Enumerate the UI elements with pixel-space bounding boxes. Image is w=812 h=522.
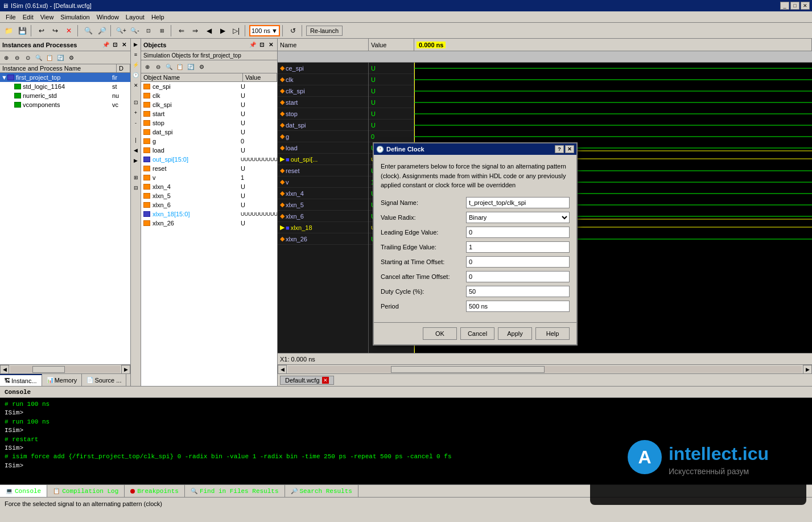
tb-zoom-fit[interactable]: ⊡: [142, 24, 155, 37]
tb-find-button[interactable]: 🔍: [82, 24, 94, 37]
objects-list[interactable]: ce_spi U clk U clk_spi U start U stop U …: [141, 82, 277, 386]
obj-row-9[interactable]: reset U: [141, 164, 277, 173]
tab-instances[interactable]: 🏗 Instanc...: [0, 374, 42, 386]
dialog-input-leading[interactable]: [466, 227, 570, 238]
tb-stop-button[interactable]: ✕: [63, 24, 75, 37]
hscroll-thumb[interactable]: [32, 366, 65, 373]
obj-row-15[interactable]: xlxn_26 U: [141, 219, 277, 228]
obj-row-1[interactable]: clk U: [141, 91, 277, 100]
vt-add-wave[interactable]: ▶: [131, 40, 141, 49]
vt-prev-marker[interactable]: ◀: [131, 146, 141, 155]
time-dropdown-icon[interactable]: ▼: [271, 27, 278, 34]
dialog-cancel-button[interactable]: Cancel: [460, 327, 494, 340]
obj-tb-2[interactable]: ⊖: [153, 61, 163, 72]
vt-next-marker[interactable]: ▶: [131, 156, 141, 165]
tab-memory[interactable]: 📊 Memory: [42, 374, 83, 386]
ctab-breakpoints[interactable]: Breakpoints: [125, 485, 185, 497]
tb-step[interactable]: ▷|: [230, 24, 242, 37]
inst-tb-7[interactable]: ⚙: [66, 52, 76, 63]
inst-tb-5[interactable]: 📋: [44, 52, 55, 63]
tb-redo-button[interactable]: ↪: [49, 24, 61, 37]
vt-force-clk[interactable]: 🕐: [131, 71, 141, 80]
maximize-button[interactable]: □: [790, 2, 799, 10]
menu-simulation[interactable]: Simulation: [57, 13, 93, 22]
vt-marker[interactable]: |: [131, 135, 141, 145]
dialog-help-button[interactable]: ?: [555, 145, 564, 153]
wave-scroll-right[interactable]: ▶: [803, 365, 812, 374]
ctab-searchresults[interactable]: 🔎 Search Results: [285, 485, 358, 497]
obj-row-3[interactable]: start U: [141, 109, 277, 118]
wave-n14-expand[interactable]: ▶: [280, 224, 285, 231]
dialog-help-btn[interactable]: Help: [535, 327, 570, 340]
menu-file[interactable]: File: [2, 13, 19, 22]
wave-scroll-left[interactable]: ◀: [278, 365, 287, 374]
instances-panel-undock[interactable]: ⊡: [111, 41, 119, 49]
vt-zoom-in[interactable]: +: [131, 108, 141, 117]
menu-window[interactable]: Window: [93, 13, 122, 22]
inst-row-1[interactable]: std_logic_1164 st: [0, 82, 130, 91]
obj-tb-6[interactable]: ⚙: [196, 61, 207, 72]
tb-zoom-out[interactable]: 🔍-: [129, 24, 141, 37]
obj-row-11[interactable]: xlxn_4 U: [141, 182, 277, 191]
inst-tb-1[interactable]: ⊕: [1, 52, 11, 63]
dialog-ok-button[interactable]: OK: [423, 327, 457, 340]
dialog-select-radix[interactable]: Binary Hex Decimal Octal: [466, 212, 570, 223]
menu-edit[interactable]: Edit: [19, 13, 37, 22]
vt-remove[interactable]: ✕: [131, 81, 141, 90]
tb-restart-button[interactable]: ↺: [287, 24, 299, 37]
inst-row-2[interactable]: numeric_std nu: [0, 91, 130, 100]
obj-tb-5[interactable]: 🔄: [186, 61, 196, 72]
wave-n8-expand[interactable]: ▶: [280, 155, 285, 163]
obj-row-4[interactable]: stop U: [141, 118, 277, 128]
inst-tb-6[interactable]: 🔄: [55, 52, 65, 63]
ctab-console[interactable]: 💻 Console: [0, 485, 47, 497]
instances-list[interactable]: ▼ first_project_top fir std_logic_1164 s…: [0, 73, 130, 364]
tb-zoom-in[interactable]: 🔍+: [115, 24, 127, 37]
hscroll-track[interactable]: [10, 366, 120, 373]
dialog-input-trailing[interactable]: [466, 241, 570, 253]
obj-row-5[interactable]: dat_spi U: [141, 128, 277, 137]
dialog-input-cancel-offset[interactable]: [466, 271, 570, 282]
hscroll-left[interactable]: ◀: [0, 365, 9, 374]
vt-zoom-out[interactable]: -: [131, 118, 141, 128]
obj-row-2[interactable]: clk_spi U: [141, 100, 277, 109]
objects-panel-undock[interactable]: ⊡: [258, 41, 266, 49]
instances-panel-pin[interactable]: 📌: [102, 41, 110, 49]
ctab-findfiles[interactable]: 🔍 Find in Files Results: [185, 485, 285, 497]
menu-help[interactable]: Help: [148, 13, 168, 22]
tab-source[interactable]: 📄 Source ...: [82, 374, 126, 386]
inst-tb-2[interactable]: ⊖: [12, 52, 22, 63]
obj-row-6[interactable]: g 0: [141, 137, 277, 146]
expand-first-project[interactable]: ▼: [1, 74, 7, 81]
wave-file-tab[interactable]: Default.wcfg ✕: [280, 376, 334, 385]
tb-prev-edge[interactable]: ⇐: [175, 24, 188, 37]
dialog-input-period[interactable]: [466, 301, 570, 312]
tb-run-back[interactable]: ◀: [203, 24, 215, 37]
obj-row-14[interactable]: xlxn_18[15:0] UUUUUUUUUUUUUUUU: [141, 209, 277, 219]
menu-layout[interactable]: Layout: [122, 13, 148, 22]
minimize-button[interactable]: _: [780, 2, 789, 10]
obj-row-7[interactable]: load U: [141, 146, 277, 155]
dialog-input-signal[interactable]: [466, 197, 570, 208]
vt-settings[interactable]: ⊞: [131, 173, 141, 182]
close-button[interactable]: ✕: [801, 2, 810, 10]
objects-panel-close[interactable]: ✕: [267, 41, 275, 49]
wave-scroll-thumb[interactable]: [391, 366, 545, 373]
relaunch-button[interactable]: Re-launch: [306, 26, 343, 36]
tb-undo-button[interactable]: ↩: [35, 24, 48, 37]
obj-tb-1[interactable]: ⊕: [142, 61, 152, 72]
wave-scroll-track[interactable]: [288, 366, 802, 373]
obj-row-10[interactable]: v 1: [141, 173, 277, 182]
tb-run[interactable]: ▶: [216, 24, 229, 37]
menu-view[interactable]: View: [37, 13, 57, 22]
tb-open-button[interactable]: 📁: [2, 24, 15, 37]
dialog-close-button[interactable]: ✕: [565, 145, 574, 153]
inst-tb-4[interactable]: 🔍: [34, 52, 44, 63]
instances-panel-close[interactable]: ✕: [120, 41, 128, 49]
inst-row-0[interactable]: ▼ first_project_top fir: [0, 73, 130, 82]
time-input[interactable]: 100 ns ▼: [249, 25, 280, 36]
obj-tb-4[interactable]: 📋: [175, 61, 185, 72]
dialog-input-duty[interactable]: [466, 286, 570, 297]
vt-add-bus[interactable]: ≡: [131, 50, 141, 59]
obj-row-12[interactable]: xlxn_5 U: [141, 191, 277, 200]
